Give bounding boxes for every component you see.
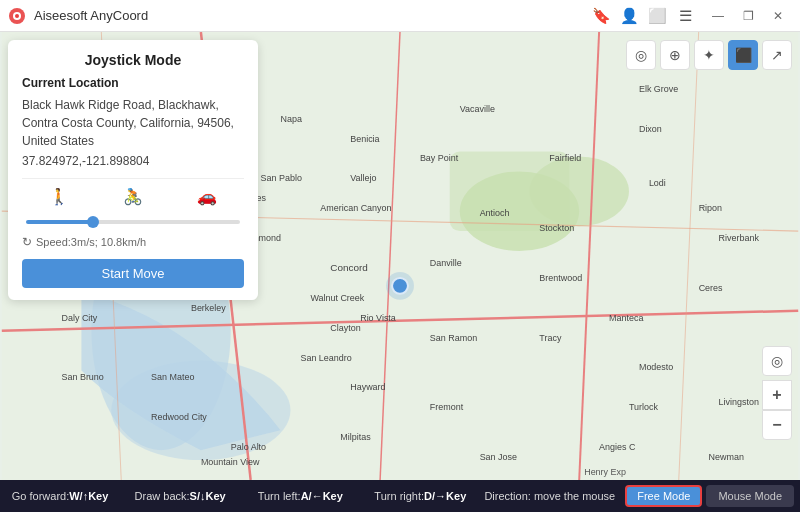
svg-text:Bay Point: Bay Point xyxy=(420,153,459,163)
zoom-in-button[interactable]: + xyxy=(762,380,792,410)
svg-text:Rio Vista: Rio Vista xyxy=(360,313,396,323)
svg-text:Riverbank: Riverbank xyxy=(719,233,760,243)
svg-text:San Jose: San Jose xyxy=(480,452,517,462)
shortcut-right: Turn right:D/→Key xyxy=(360,490,480,502)
title-bar: Aiseesoft AnyCoord 🔖 👤 ⬜ ☰ — ❐ ✕ xyxy=(0,0,800,32)
add-point-button[interactable]: ⊕ xyxy=(660,40,690,70)
svg-point-2 xyxy=(15,14,19,18)
speed-mode-icons: 🚶 🚴 🚗 xyxy=(22,187,244,206)
current-location-label: Current Location xyxy=(22,76,244,90)
svg-text:Vallejo: Vallejo xyxy=(350,173,376,183)
speed-slider-wrap xyxy=(22,212,244,227)
main-area: Concord Richmond Berkeley Walnut Creek D… xyxy=(0,32,800,480)
forward-key: W/↑Key xyxy=(69,490,108,502)
svg-text:Stockton: Stockton xyxy=(539,223,574,233)
map-toolbar: ◎ ⊕ ✦ ⬛ ↗ xyxy=(626,40,792,70)
win-controls: — ❐ ✕ xyxy=(704,5,792,27)
shortcut-forward: Go forward:W/↑Key xyxy=(0,490,120,502)
svg-text:San Pablo: San Pablo xyxy=(261,173,302,183)
svg-text:San Leandro: San Leandro xyxy=(300,353,351,363)
map-area[interactable]: Concord Richmond Berkeley Walnut Creek D… xyxy=(0,32,800,480)
menu-icon[interactable]: ☰ xyxy=(674,5,696,27)
spin-icon: ↻ xyxy=(22,235,32,249)
svg-text:Tracy: Tracy xyxy=(539,333,562,343)
address-text: Black Hawk Ridge Road, Blackhawk, Contra… xyxy=(22,96,244,150)
bottom-bar: Go forward:W/↑Key Draw back:S/↓Key Turn … xyxy=(0,480,800,512)
export-button[interactable]: ↗ xyxy=(762,40,792,70)
joystick-tool-button[interactable]: ⬛ xyxy=(728,40,758,70)
svg-text:Danville: Danville xyxy=(430,258,462,268)
svg-text:Hayward: Hayward xyxy=(350,382,385,392)
svg-text:Manteca: Manteca xyxy=(609,313,643,323)
svg-text:San Bruno: San Bruno xyxy=(62,372,104,382)
minimize-button[interactable]: — xyxy=(704,5,732,27)
svg-text:American Canyon: American Canyon xyxy=(320,203,391,213)
divider-1 xyxy=(22,178,244,179)
shortcut-direction: Direction: move the mouse xyxy=(480,490,619,502)
shortcut-back: Draw back:S/↓Key xyxy=(120,490,240,502)
info-panel: Joystick Mode Current Location Black Haw… xyxy=(8,40,258,300)
speed-label: ↻ Speed:3m/s; 10.8km/h xyxy=(22,235,244,249)
svg-text:Turlock: Turlock xyxy=(629,402,659,412)
mouse-mode-button[interactable]: Mouse Mode xyxy=(706,485,794,507)
map-locate-button[interactable]: ◎ xyxy=(762,346,792,376)
svg-text:Livingston: Livingston xyxy=(719,397,759,407)
svg-text:Walnut Creek: Walnut Creek xyxy=(310,293,364,303)
right-key: D/→Key xyxy=(424,490,466,502)
window-icon[interactable]: ⬜ xyxy=(646,5,668,27)
speed-text: Speed:3m/s; 10.8km/h xyxy=(36,236,146,248)
mode-buttons: Free Mode Mouse Mode xyxy=(619,485,800,507)
route-tool-button[interactable]: ✦ xyxy=(694,40,724,70)
zoom-controls: ◎ + − xyxy=(762,346,792,440)
left-key: A/←Key xyxy=(301,490,343,502)
svg-text:Ripon: Ripon xyxy=(699,203,722,213)
maximize-button[interactable]: ❐ xyxy=(734,5,762,27)
svg-text:Lodi: Lodi xyxy=(649,178,666,188)
svg-text:Milpitas: Milpitas xyxy=(340,432,371,442)
svg-text:Elk Grove: Elk Grove xyxy=(639,84,678,94)
svg-text:Vacaville: Vacaville xyxy=(460,104,495,114)
svg-text:Daly City: Daly City xyxy=(62,313,98,323)
svg-text:Fremont: Fremont xyxy=(430,402,464,412)
svg-text:Brentwood: Brentwood xyxy=(539,273,582,283)
svg-text:Modesto: Modesto xyxy=(639,362,673,372)
toolbar-icons: 🔖 👤 ⬜ ☰ xyxy=(590,5,696,27)
profile-icon[interactable]: 👤 xyxy=(618,5,640,27)
svg-text:San Mateo: San Mateo xyxy=(151,372,194,382)
svg-text:San Ramon: San Ramon xyxy=(430,333,477,343)
free-mode-button[interactable]: Free Mode xyxy=(625,485,702,507)
svg-text:Redwood City: Redwood City xyxy=(151,412,207,422)
svg-point-65 xyxy=(386,272,414,300)
speed-slider[interactable] xyxy=(26,220,240,224)
back-key: S/↓Key xyxy=(190,490,226,502)
svg-text:Benicia: Benicia xyxy=(350,134,379,144)
car-icon[interactable]: 🚗 xyxy=(197,187,217,206)
svg-text:Clayton: Clayton xyxy=(330,323,360,333)
svg-text:Fairfield: Fairfield xyxy=(549,153,581,163)
bookmark-icon[interactable]: 🔖 xyxy=(590,5,612,27)
start-move-button[interactable]: Start Move xyxy=(22,259,244,288)
svg-text:Ceres: Ceres xyxy=(699,283,723,293)
app-icon xyxy=(8,7,26,25)
svg-text:Dixon: Dixon xyxy=(639,124,662,134)
svg-text:Antioch: Antioch xyxy=(480,208,510,218)
svg-text:Berkeley: Berkeley xyxy=(191,303,226,313)
coords-text: 37.824972,-121.898804 xyxy=(22,154,244,168)
close-button[interactable]: ✕ xyxy=(764,5,792,27)
bike-icon[interactable]: 🚴 xyxy=(123,187,143,206)
svg-text:Napa: Napa xyxy=(281,114,302,124)
svg-text:Angies C: Angies C xyxy=(599,442,636,452)
svg-text:Palo Alto: Palo Alto xyxy=(231,442,266,452)
shortcut-left: Turn left:A/←Key xyxy=(240,490,360,502)
svg-text:Concord: Concord xyxy=(330,262,368,273)
svg-text:Henry Exp: Henry Exp xyxy=(584,467,626,477)
svg-text:Newman: Newman xyxy=(709,452,744,462)
svg-text:Mountain View: Mountain View xyxy=(201,457,260,467)
app-title: Aiseesoft AnyCoord xyxy=(34,8,590,23)
walk-icon[interactable]: 🚶 xyxy=(49,187,69,206)
panel-title: Joystick Mode xyxy=(22,52,244,68)
zoom-out-button[interactable]: − xyxy=(762,410,792,440)
locate-tool-button[interactable]: ◎ xyxy=(626,40,656,70)
